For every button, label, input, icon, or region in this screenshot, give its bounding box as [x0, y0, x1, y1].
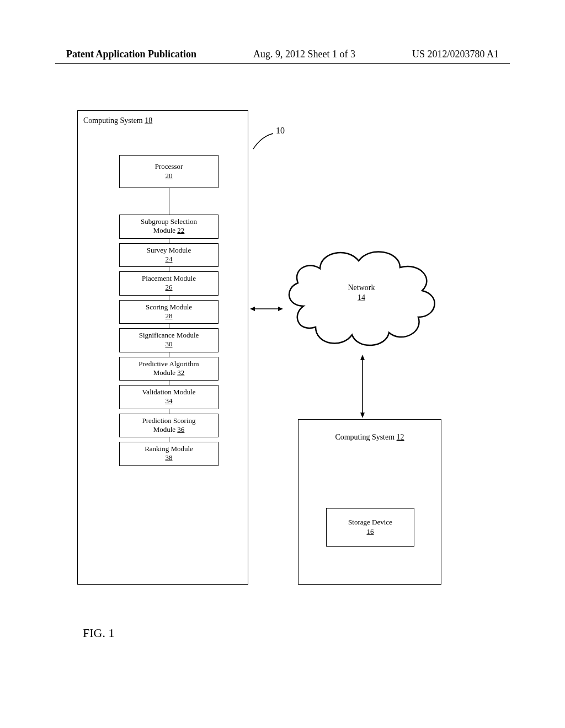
module-box-20: Processor20 — [119, 155, 218, 188]
module-label-line1: Prediction Scoring — [123, 416, 215, 425]
module-box-36: Prediction ScoringModule 36 — [119, 414, 218, 438]
header-left: Patent Application Publication — [66, 49, 196, 60]
module-label-line2: Module 36 — [123, 425, 215, 434]
module-ref: 28 — [123, 312, 215, 320]
module-label-line1: Predictive Algorithm — [123, 360, 215, 368]
module-label-line2: Module 32 — [123, 368, 215, 377]
header-right: US 2012/0203780 A1 — [412, 49, 499, 60]
module-label: Ranking Module — [123, 445, 215, 453]
figure-diagram: 10 Computing System 18 Processor20Subgro… — [77, 110, 486, 596]
module-box-38: Ranking Module38 — [119, 442, 218, 466]
module-ref: 38 — [123, 453, 215, 462]
module-label: Scoring Module — [123, 303, 215, 312]
module-box-30: Significance Module30 — [119, 328, 218, 352]
storage-device-label: Storage Device — [348, 518, 392, 527]
computing-system-18-title: Computing System 18 — [83, 116, 152, 125]
network-ref: 14 — [281, 293, 441, 303]
reference-number-10: 10 — [276, 126, 285, 136]
leader-line-10 — [251, 132, 276, 152]
svg-marker-4 — [360, 355, 365, 360]
connector — [169, 352, 169, 357]
module-box-24: Survey Module24 — [119, 243, 218, 267]
module-box-26: Placement Module26 — [119, 271, 218, 296]
computing-system-18-box: Computing System 18 Processor20Subgroup … — [77, 110, 248, 585]
module-box-22: Subgroup SelectionModule 22 — [119, 215, 218, 239]
module-ref: 32 — [177, 368, 184, 377]
module-ref: 22 — [177, 226, 184, 234]
module-label: Validation Module — [123, 388, 215, 397]
module-label-line1: Subgroup Selection — [123, 217, 215, 226]
module-label: Survey Module — [123, 246, 215, 255]
connector — [169, 267, 169, 271]
figure-label: FIG. 1 — [83, 626, 114, 640]
svg-marker-1 — [250, 307, 255, 311]
module-label-line2: Module 22 — [123, 226, 215, 235]
module-ref: 24 — [123, 255, 215, 264]
network-cloud: Network 14 — [281, 240, 441, 350]
connector — [169, 188, 169, 215]
module-ref: 34 — [123, 397, 215, 405]
connector — [169, 239, 169, 243]
computing-system-12-box: Computing System 12 Storage Device 16 — [298, 419, 441, 585]
computing-system-18-prefix: Computing System — [83, 116, 145, 125]
computing-system-12-ref: 12 — [397, 433, 404, 441]
network-text: Network — [281, 283, 441, 293]
module-ref: 20 — [123, 172, 215, 180]
storage-device-box: Storage Device 16 — [326, 508, 414, 547]
arrow-network-sys12 — [359, 355, 366, 418]
connector — [169, 409, 169, 414]
storage-device-ref: 16 — [367, 527, 374, 537]
header-divider — [55, 63, 510, 64]
module-ref: 26 — [123, 283, 215, 292]
module-box-28: Scoring Module28 — [119, 300, 218, 324]
arrow-sys18-network — [250, 305, 283, 313]
svg-marker-5 — [360, 413, 365, 418]
connector — [169, 324, 169, 328]
connector — [169, 296, 169, 300]
module-label: Placement Module — [123, 274, 215, 283]
connector — [169, 381, 169, 385]
module-label: Processor — [123, 162, 215, 171]
header-center: Aug. 9, 2012 Sheet 1 of 3 — [253, 49, 355, 60]
module-box-34: Validation Module34 — [119, 385, 218, 409]
module-box-32: Predictive AlgorithmModule 32 — [119, 357, 218, 381]
connector — [169, 437, 169, 442]
network-label: Network 14 — [281, 283, 441, 303]
computing-system-12-prefix: Computing System — [335, 433, 396, 441]
module-ref: 36 — [177, 425, 184, 433]
module-stack: Processor20Subgroup SelectionModule 22Su… — [119, 155, 218, 466]
module-label: Significance Module — [123, 331, 215, 340]
page-header: Patent Application Publication Aug. 9, 2… — [0, 49, 565, 60]
computing-system-18-ref: 18 — [145, 116, 152, 125]
module-ref: 30 — [123, 340, 215, 349]
computing-system-12-title: Computing System 12 — [299, 433, 441, 442]
